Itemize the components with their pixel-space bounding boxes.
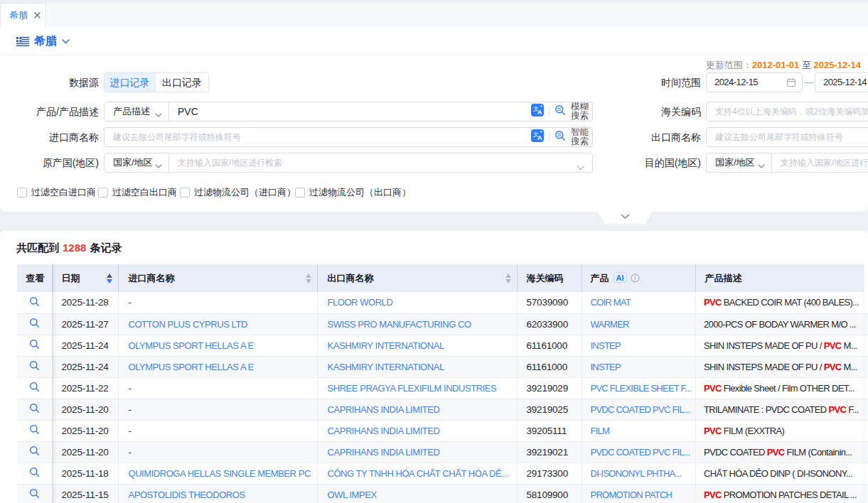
view-record-icon[interactable] xyxy=(29,469,40,480)
cell-description: CHẤT HÓA DẺO DINP ( DI-ISONONY... xyxy=(695,463,864,484)
filter-panel: 更新范围：2012-01-01 至 2025-12-14 数据源 进口记录 出口… xyxy=(0,55,868,212)
product-link[interactable]: FILM xyxy=(591,426,610,436)
cell-exporter: SHREE PRAGYA FLEXIFILM INDUSTRIES xyxy=(317,377,517,399)
update-range-from: 2012-01-01 xyxy=(752,60,800,70)
exporter-link[interactable]: OWL IMPEX xyxy=(328,490,377,500)
view-record-icon[interactable] xyxy=(29,426,40,437)
cell-date: 2025-11-20 xyxy=(52,420,118,441)
cell-description: TRILAMINATE : PVDC COATED PVC F... xyxy=(695,399,864,420)
product-link[interactable]: DI-ISONONYL PHTHA... xyxy=(591,468,682,479)
view-record-icon[interactable] xyxy=(29,362,40,373)
cell-filler xyxy=(864,292,868,313)
hs-code-input[interactable]: 支持4位以上海关编码，或2位海关编码加 xyxy=(706,102,868,121)
cell-importer: - xyxy=(118,292,317,313)
product-link[interactable]: INSTEP xyxy=(591,340,621,351)
destination-country-field: 国家/地区 支持输入国家/地区进行检索 xyxy=(706,153,868,173)
exporter-link[interactable]: KASHMIRY INTERNATIONAL xyxy=(328,340,444,351)
origin-country-select[interactable]: 国家/地区 xyxy=(105,153,169,172)
cell-importer: QUIMIDROGA HELLAS SINGLE MEMBER PC xyxy=(118,463,317,484)
importer-link[interactable]: OLYMPUS SPORT HELLAS A E xyxy=(129,362,254,372)
view-record-icon[interactable] xyxy=(29,298,40,309)
sort-asc-caret[interactable] xyxy=(306,274,311,278)
importer-link[interactable]: APOSTOLIDIS THEODOROS xyxy=(129,490,245,500)
keyword-highlight: PVC xyxy=(704,383,722,394)
table-row: 2025-11-20-CAPRIHANS INDIA LIMITED392190… xyxy=(17,441,868,463)
destination-country-select[interactable]: 国家/地区 xyxy=(707,153,772,172)
destination-country-input[interactable]: 支持输入国家/地区进行检索 xyxy=(772,153,868,172)
importer-input[interactable]: 建议去除公司尾部字符或特殊符号 文A 智能搜索 xyxy=(104,127,593,147)
exporter-link[interactable]: CAPRIHANS INDIA LIMITED xyxy=(328,426,440,436)
importer-link[interactable]: QUIMIDROGA HELLAS SINGLE MEMBER PC xyxy=(129,468,311,479)
sort-desc-caret[interactable] xyxy=(505,279,511,283)
sort-asc-caret[interactable] xyxy=(107,274,112,278)
view-record-icon[interactable] xyxy=(29,448,40,458)
sort-carets[interactable] xyxy=(306,274,311,283)
product-link[interactable]: PVC FLEXIBLE SHEET F... xyxy=(591,383,691,394)
cell-exporter: SWISS PRO MANUFACTURING CO xyxy=(317,313,517,335)
date-start-input[interactable]: 2024-12-15 xyxy=(706,72,803,92)
table-row: 2025-11-22-SHREE PRAGYA FLEXIFILM INDUST… xyxy=(17,377,868,399)
chevron-down-icon[interactable] xyxy=(62,39,70,44)
data-source-toggle: 进口记录 出口记录 xyxy=(104,72,209,92)
importer-link[interactable]: COTTON PLUS CYPRUS LTD xyxy=(129,319,247,330)
exporter-link[interactable]: SHREE PRAGYA FLEXIFILM INDUSTRIES xyxy=(328,383,497,394)
tab-greece[interactable]: 希腊 xyxy=(0,3,46,27)
cell-importer: OLYMPUS SPORT HELLAS A E xyxy=(118,335,317,356)
exporter-link[interactable]: SWISS PRO MANUFACTURING CO xyxy=(328,319,471,330)
sort-carets[interactable] xyxy=(107,274,112,283)
toggle-import-records[interactable]: 进口记录 xyxy=(105,73,155,92)
product-link[interactable]: PVDC COATED PVC FIL... xyxy=(591,447,690,458)
sort-desc-caret[interactable] xyxy=(306,279,311,283)
checkbox-filter-logistics-importer[interactable]: 过滤物流公司（进口商） xyxy=(180,187,296,198)
product-link[interactable]: COIR MAT xyxy=(591,297,631,308)
info-circle-icon[interactable] xyxy=(631,274,640,285)
keyword-highlight: PVC xyxy=(767,447,785,458)
greece-flag-icon xyxy=(16,37,29,46)
checkbox-filter-blank-exporter[interactable]: 过滤空白出口商 xyxy=(98,187,177,198)
svg-text:A: A xyxy=(537,134,542,141)
update-range: 更新范围：2012-01-01 至 2025-12-14 xyxy=(706,59,861,72)
close-icon[interactable] xyxy=(33,11,42,20)
cell-product: PVDC COATED PVC FIL... xyxy=(582,399,695,420)
exporter-link[interactable]: CÔNG TY TNHH HÓA CHẤT CHẤT HÓA DẺ... xyxy=(328,468,508,479)
destination-country-placeholder: 支持输入国家/地区进行检索 xyxy=(772,153,868,172)
origin-country-input[interactable]: 支持输入国家/地区进行检索 xyxy=(169,153,592,172)
product-link[interactable]: PROMOTION PATCH xyxy=(591,490,673,500)
product-type-select[interactable]: 产品描述 xyxy=(105,102,169,121)
cell-exporter: CÔNG TY TNHH HÓA CHẤT CHẤT HÓA DẺ... xyxy=(317,463,517,484)
exporter-link[interactable]: KASHMIRY INTERNATIONAL xyxy=(328,362,444,372)
column-header-importer[interactable]: 进口商名称 xyxy=(118,264,317,292)
sort-asc-caret[interactable] xyxy=(505,274,511,278)
exporter-link[interactable]: CAPRIHANS INDIA LIMITED xyxy=(328,404,440,415)
view-record-icon[interactable] xyxy=(29,320,40,330)
column-header-date[interactable]: 日期 xyxy=(52,264,118,292)
sort-desc-caret[interactable] xyxy=(107,279,112,283)
view-record-icon[interactable] xyxy=(29,405,40,416)
product-link[interactable]: INSTEP xyxy=(591,362,621,372)
date-end-input[interactable]: 2025-12-14 xyxy=(815,72,868,92)
view-record-icon[interactable] xyxy=(29,384,40,394)
country-name[interactable]: 希腊 xyxy=(34,34,57,49)
importer-link[interactable]: OLYMPUS SPORT HELLAS A E xyxy=(129,340,254,351)
checkbox-icon[interactable] xyxy=(98,188,108,198)
exporter-link[interactable]: CAPRIHANS INDIA LIMITED xyxy=(328,447,440,458)
product-input[interactable]: PVC xyxy=(169,102,592,121)
column-header-exporter[interactable]: 出口商名称 xyxy=(317,264,517,292)
product-link[interactable]: PVDC COATED PVC FIL... xyxy=(591,404,690,415)
tab-bar: 希腊 xyxy=(0,0,868,27)
translate-icon[interactable]: 文A xyxy=(531,104,544,119)
toggle-export-records[interactable]: 出口记录 xyxy=(155,73,208,92)
checkbox-icon[interactable] xyxy=(180,188,190,198)
exporter-link[interactable]: FLOOR WORLD xyxy=(328,297,393,308)
exporter-input[interactable]: 建议去除公司尾部字符或特殊符号 xyxy=(706,127,868,147)
product-link[interactable]: WARMER xyxy=(591,319,629,330)
translate-icon[interactable]: 文A xyxy=(531,129,544,145)
checkbox-filter-blank-importer[interactable]: 过滤空白进口商 xyxy=(17,187,96,198)
checkbox-filter-logistics-exporter[interactable]: 过滤物流公司（出口商） xyxy=(295,187,411,198)
view-record-icon[interactable] xyxy=(29,341,40,352)
checkbox-icon[interactable] xyxy=(295,188,305,198)
view-record-icon[interactable] xyxy=(29,490,40,501)
checkbox-icon[interactable] xyxy=(17,188,27,198)
collapse-filters-button[interactable] xyxy=(598,212,652,224)
sort-carets[interactable] xyxy=(505,274,511,283)
